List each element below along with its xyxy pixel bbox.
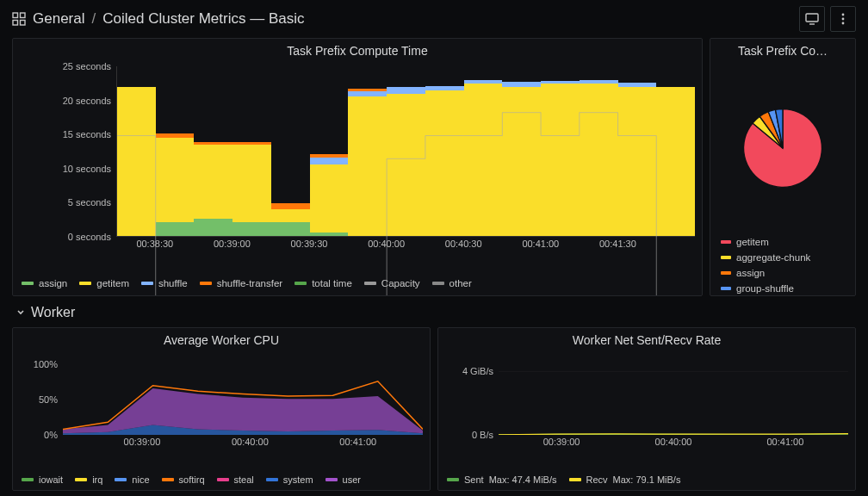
legend-item[interactable]: Sent Max: 47.4 MiB/s (447, 474, 557, 485)
svg-point-6 (842, 14, 845, 16)
legend-item[interactable]: assign (22, 278, 67, 288)
legend: iowaitirqnicesoftirqstealsystemuser (13, 473, 430, 490)
legend-label: steal (234, 474, 254, 485)
x-tick: 00:38:30 (136, 239, 173, 249)
legend-label: system (283, 474, 313, 485)
y-tick: 25 seconds (63, 61, 111, 71)
breadcrumb-root[interactable]: General (33, 10, 84, 28)
legend-label: user (343, 474, 361, 485)
y-tick: 0 seconds (68, 232, 111, 242)
legend-item[interactable]: softirq (162, 474, 205, 485)
legend-label: Recv (586, 474, 608, 485)
x-tick: 00:39:00 (543, 437, 580, 447)
legend-swatch (79, 282, 91, 285)
y-axis: 0%50%100% (13, 357, 61, 435)
y-tick: 4 GiB/s (462, 366, 493, 376)
pie-chart (710, 59, 855, 233)
legend-swatch (22, 478, 34, 481)
breadcrumb-sep: / (91, 10, 96, 28)
y-tick: 20 seconds (63, 96, 111, 106)
legend-stat: Max: 79.1 MiB/s (613, 474, 681, 485)
y-tick: 50% (39, 394, 58, 405)
legend-item[interactable]: nice (115, 474, 149, 485)
legend-item[interactable]: assign (721, 268, 848, 278)
x-tick: 00:40:00 (655, 437, 692, 447)
panel-menu-button[interactable] (830, 6, 856, 32)
apps-icon[interactable] (12, 12, 26, 26)
svg-rect-4 (806, 14, 818, 22)
legend-swatch (721, 287, 731, 290)
legend-item[interactable]: user (326, 474, 361, 485)
x-axis: 00:38:3000:39:0000:39:3000:40:0000:40:30… (116, 239, 695, 252)
legend-stat: Max: 47.4 MiB/s (489, 474, 557, 485)
line-chart (499, 371, 848, 435)
breadcrumb: General / Coiled Cluster Metrics — Basic (12, 10, 305, 28)
svg-point-8 (842, 22, 845, 25)
x-tick: 00:39:30 (291, 239, 328, 249)
legend-label: aggregate-chunk (736, 252, 810, 263)
y-tick: 15 seconds (63, 129, 111, 140)
x-axis: 00:39:0000:40:0000:41:00 (499, 437, 848, 450)
svg-rect-1 (21, 13, 26, 18)
y-tick: 0 B/s (472, 430, 493, 440)
topbar-actions (799, 6, 856, 32)
x-tick: 00:41:00 (339, 437, 376, 447)
legend-label: nice (132, 474, 149, 485)
legend-item[interactable]: system (266, 474, 313, 485)
panel-body: 0 seconds5 seconds10 seconds15 seconds20… (13, 59, 702, 275)
panel-body: 0 B/s4 GiB/s 00:39:0000:40:0000:41:00 (438, 349, 855, 473)
x-tick: 00:40:00 (368, 239, 405, 249)
y-axis: 0 B/s4 GiB/s (438, 371, 497, 435)
bottom-row: Average Worker CPU 0%50%100% 00:39:0000:… (12, 327, 856, 491)
svg-rect-0 (13, 13, 18, 18)
legend-label: group-shuffle (736, 283, 794, 294)
y-tick: 10 seconds (63, 164, 111, 174)
x-tick: 00:41:30 (599, 239, 636, 249)
row-header-label: Worker (31, 305, 75, 320)
legend-label: assign (736, 268, 765, 278)
x-tick: 00:39:00 (124, 437, 161, 447)
panel-task-prefix-compute-time[interactable]: Task Prefix Compute Time 0 seconds5 seco… (12, 38, 703, 296)
legend-item[interactable]: iowait (22, 474, 63, 485)
chevron-down-icon (16, 305, 26, 320)
legend-swatch (721, 240, 731, 244)
legend-item[interactable]: irq (75, 474, 102, 485)
legend-label: Sent (464, 474, 484, 485)
svg-rect-2 (13, 21, 18, 26)
panel-title: Task Prefix Co… (710, 39, 855, 59)
page-title[interactable]: Coiled Cluster Metrics — Basic (102, 10, 304, 28)
panel-average-worker-cpu[interactable]: Average Worker CPU 0%50%100% 00:39:0000:… (12, 327, 431, 491)
y-axis: 0 seconds5 seconds10 seconds15 seconds20… (13, 66, 115, 237)
dashboard-grid: Task Prefix Compute Time 0 seconds5 seco… (0, 38, 868, 496)
panel-title: Worker Net Sent/Recv Rate (438, 328, 855, 349)
legend-item[interactable]: aggregate-chunk (721, 252, 848, 263)
panel-title: Task Prefix Compute Time (13, 39, 702, 59)
x-tick: 00:39:00 (214, 239, 251, 249)
legend-item[interactable]: getitem (721, 237, 848, 247)
x-tick: 00:41:00 (766, 437, 803, 447)
legend-swatch (22, 282, 34, 285)
legend-swatch (326, 478, 338, 481)
tv-mode-button[interactable] (799, 6, 825, 32)
topbar: General / Coiled Cluster Metrics — Basic (0, 0, 868, 38)
legend-swatch (75, 478, 87, 481)
legend-item[interactable]: Recv Max: 79.1 MiB/s (569, 474, 681, 485)
x-tick: 00:40:30 (445, 239, 482, 249)
x-tick: 00:40:00 (232, 437, 269, 447)
panel-title: Average Worker CPU (13, 328, 430, 349)
legend: Sent Max: 47.4 MiB/sRecv Max: 79.1 MiB/s (438, 473, 855, 490)
legend-swatch (217, 478, 229, 481)
row-header-worker[interactable]: Worker (12, 303, 856, 320)
legend-item[interactable]: steal (217, 474, 254, 485)
panel-task-prefix-pie[interactable]: Task Prefix Co… getitemaggregate-chunkas… (710, 38, 856, 296)
panel-worker-net-rate[interactable]: Worker Net Sent/Recv Rate 0 B/s4 GiB/s 0… (437, 327, 856, 491)
stacked-bar-chart (116, 66, 695, 237)
y-tick: 5 seconds (68, 197, 111, 208)
legend-item[interactable]: group-shuffle (721, 283, 848, 294)
y-tick: 100% (34, 359, 58, 369)
legend-label: getitem (736, 237, 769, 247)
legend-swatch (569, 478, 581, 481)
y-tick: 0% (44, 430, 58, 440)
legend-swatch (721, 271, 731, 275)
legend-label: assign (39, 278, 67, 288)
